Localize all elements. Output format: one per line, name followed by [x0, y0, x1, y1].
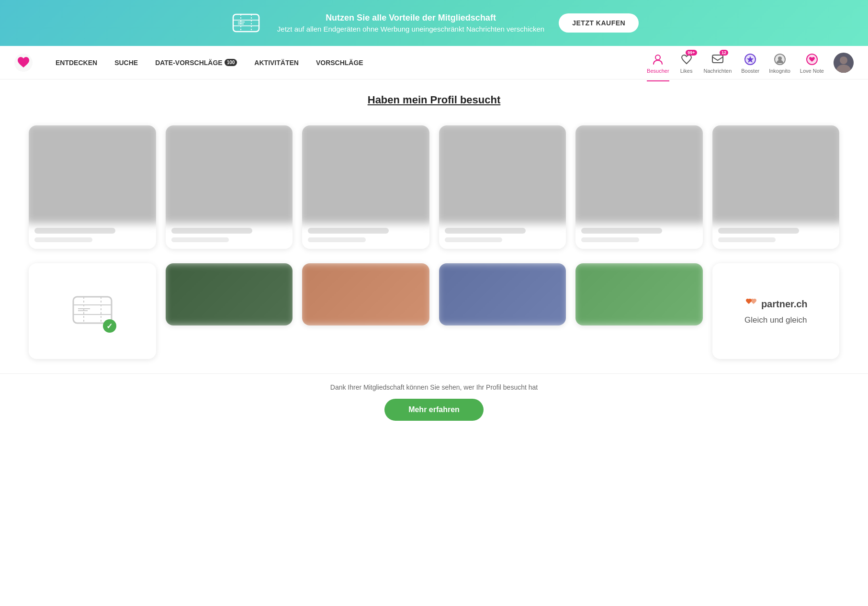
- profile-photo-6: [712, 125, 840, 224]
- profile-name-bar-1: [34, 228, 115, 234]
- partner-tagline: Gleich und gleich: [744, 315, 807, 325]
- profile-info-6: [712, 221, 840, 249]
- svg-rect-19: [73, 297, 112, 323]
- svg-rect-0: [233, 14, 259, 32]
- nav-item-date-vorschlaege[interactable]: DATE-VORSCHLÄGE 100: [147, 46, 246, 79]
- profile-card-8[interactable]: [302, 263, 429, 325]
- nav-item-entdecken[interactable]: ENTDECKEN: [47, 46, 106, 79]
- profile-card-9[interactable]: [439, 263, 566, 325]
- ticket-icon: [229, 9, 263, 37]
- profile-grid-row2: ✓ partner.ch Gleich und gleich: [29, 263, 839, 359]
- nav-item-vorschlaege[interactable]: VORSCHLÄGE: [307, 46, 372, 79]
- partner-card: partner.ch Gleich und gleich: [712, 263, 840, 359]
- profile-info-4: [439, 221, 566, 249]
- nav-item-aktivitaeten[interactable]: AKTIVITÄTEN: [246, 46, 307, 79]
- love-note-label: Love Note: [800, 68, 824, 74]
- ticket-check-badge: ✓: [103, 319, 116, 333]
- besucher-icon-wrap: [650, 52, 665, 67]
- profile-card-7[interactable]: [166, 263, 293, 325]
- banner-headline: Nutzen Sie alle Vorteile der Mitgliedsch…: [277, 13, 544, 23]
- nav-icon-booster[interactable]: Booster: [741, 52, 759, 74]
- ticket-placeholder-card: ✓: [29, 263, 156, 359]
- nachrichten-icon-wrap: 12: [710, 52, 725, 67]
- profile-card-2[interactable]: [166, 125, 293, 249]
- bottom-bar: Dank Ihrer Mitgliedschaft können Sie seh…: [0, 373, 868, 430]
- inkognito-label: Inkognito: [769, 68, 790, 74]
- svg-point-8: [655, 55, 660, 60]
- profile-detail-bar-6: [718, 237, 776, 242]
- banner-text: Nutzen Sie alle Vorteile der Mitgliedsch…: [277, 13, 544, 33]
- nav-icon-besucher[interactable]: Besucher: [647, 52, 669, 74]
- profile-photo-8: [302, 263, 429, 325]
- jetzt-kaufen-button[interactable]: JETZT KAUFEN: [559, 13, 639, 33]
- mehr-erfahren-button[interactable]: Mehr erfahren: [384, 399, 484, 421]
- nav-icon-inkognito[interactable]: Inkognito: [769, 52, 790, 74]
- page-title: Haben mein Profil besucht: [29, 94, 839, 106]
- profile-photo-1: [29, 125, 156, 224]
- likes-label: Likes: [680, 68, 693, 74]
- user-avatar[interactable]: [834, 53, 854, 73]
- profile-detail-bar-3: [308, 237, 366, 242]
- nachrichten-badge: 12: [720, 50, 728, 56]
- nav-right-icons: Besucher 99+ Likes 12 Nachrichten: [647, 52, 854, 74]
- profile-card-6[interactable]: [712, 125, 840, 249]
- promo-banner: Nutzen Sie alle Vorteile der Mitgliedsch…: [0, 0, 868, 46]
- besucher-label: Besucher: [647, 68, 669, 74]
- profile-name-bar-4: [445, 228, 526, 234]
- profile-photo-2: [166, 125, 293, 224]
- profile-detail-bar-1: [34, 237, 92, 242]
- love-note-icon-wrap: [804, 52, 820, 67]
- main-content: Haben mein Profil besucht: [0, 79, 868, 373]
- profile-card-1[interactable]: [29, 125, 156, 249]
- profile-name-bar-6: [718, 228, 799, 234]
- booster-label: Booster: [741, 68, 759, 74]
- profile-detail-bar-2: [171, 237, 229, 242]
- profile-photo-5: [575, 125, 703, 224]
- profile-photo-7: [166, 263, 293, 325]
- partner-logo: partner.ch: [744, 297, 808, 311]
- profile-card-4[interactable]: [439, 125, 566, 249]
- svg-point-18: [840, 56, 847, 64]
- likes-icon-wrap: 99+: [679, 52, 694, 67]
- svg-point-14: [778, 56, 782, 60]
- banner-subheadline: Jetzt auf allen Endgeräten ohne Werbung …: [277, 25, 544, 33]
- profile-photo-10: [575, 263, 703, 325]
- profile-info-3: [302, 221, 429, 249]
- main-nav: ENTDECKEN SUCHE DATE-VORSCHLÄGE 100 AKTI…: [0, 46, 868, 79]
- profile-grid-row1: [29, 125, 839, 249]
- nav-icon-nachrichten[interactable]: 12 Nachrichten: [704, 52, 732, 74]
- svg-rect-9: [712, 55, 723, 63]
- inkognito-icon-wrap: [772, 52, 788, 67]
- partner-logo-text: partner.ch: [761, 299, 808, 310]
- profile-name-bar-5: [581, 228, 662, 234]
- app-logo[interactable]: [14, 54, 33, 72]
- profile-card-5[interactable]: [575, 125, 703, 249]
- nachrichten-label: Nachrichten: [704, 68, 732, 74]
- nav-icon-likes[interactable]: 99+ Likes: [679, 52, 694, 74]
- membership-info-text: Dank Ihrer Mitgliedschaft können Sie seh…: [10, 383, 858, 391]
- date-vorschlaege-badge: 100: [225, 59, 237, 66]
- nav-item-suche[interactable]: SUCHE: [106, 46, 147, 79]
- profile-photo-4: [439, 125, 566, 224]
- profile-photo-3: [302, 125, 429, 224]
- profile-card-10[interactable]: [575, 263, 703, 325]
- profile-card-3[interactable]: [302, 125, 429, 249]
- likes-badge: 99+: [686, 50, 697, 56]
- ticket-placeholder-icon: ✓: [68, 290, 116, 333]
- profile-photo-9: [439, 263, 566, 325]
- profile-info-1: [29, 221, 156, 249]
- profile-detail-bar-5: [581, 237, 639, 242]
- profile-info-5: [575, 221, 703, 249]
- profile-info-2: [166, 221, 293, 249]
- profile-name-bar-3: [308, 228, 389, 234]
- booster-icon-wrap: [743, 52, 758, 67]
- profile-name-bar-2: [171, 228, 252, 234]
- profile-detail-bar-4: [445, 237, 503, 242]
- nav-icon-love-note[interactable]: Love Note: [800, 52, 824, 74]
- nav-menu: ENTDECKEN SUCHE DATE-VORSCHLÄGE 100 AKTI…: [47, 46, 647, 79]
